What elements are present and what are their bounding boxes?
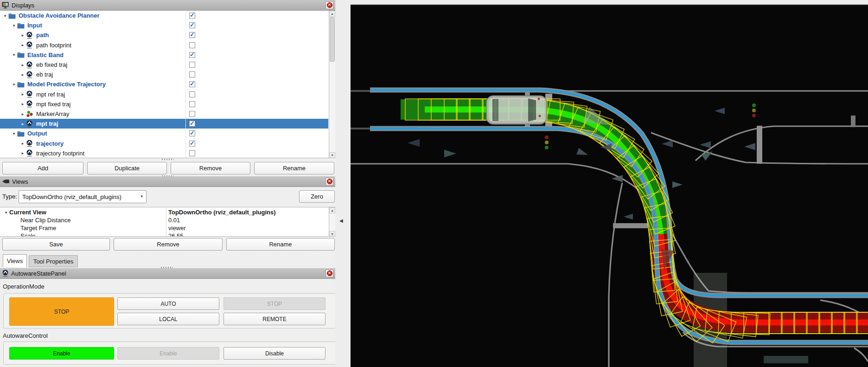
scroll-up-icon[interactable] (329, 11, 335, 17)
displays-panel-header[interactable]: Displays (0, 0, 335, 11)
expand-icon[interactable] (19, 112, 26, 116)
display-item-text: eb traj (36, 71, 53, 78)
operation-mode-label: OperationMode (3, 283, 45, 290)
visibility-checkbox[interactable] (189, 62, 195, 68)
collapse-icon[interactable] (3, 210, 9, 215)
autoware-control-enable-active-green-button[interactable]: Enable (9, 347, 114, 360)
scroll-up-icon[interactable] (329, 207, 335, 213)
expand-icon[interactable] (19, 63, 26, 67)
display-item-label-cell: mpt fixed traj (0, 99, 186, 109)
display-item-model-predictive-trajectory[interactable]: Model Predictive Trajectory (0, 79, 328, 89)
autoware-control-label: AutowareControl (3, 332, 48, 339)
visibility-checkbox[interactable] (189, 32, 195, 38)
operation-mode-stop-active-orange-button[interactable]: STOP (9, 297, 114, 326)
view-property-near-clip-distance[interactable]: Near Clip Distance0.01 (0, 216, 328, 224)
checkbox-cell (186, 50, 328, 60)
checkbox-cell (186, 40, 328, 50)
visibility-checkbox[interactable] (189, 101, 195, 107)
rename-button[interactable]: Rename (254, 162, 334, 174)
remove-button[interactable]: Remove (171, 162, 250, 174)
autoware-control-disable-normal-button[interactable]: Disable (223, 347, 326, 360)
display-item-input[interactable]: Input (0, 20, 328, 30)
display-item-elastic-band[interactable]: Elastic Band (0, 50, 328, 60)
displays-close-button[interactable] (326, 1, 333, 9)
add-button[interactable]: Add (2, 162, 83, 174)
tab-views[interactable]: Views (3, 254, 27, 267)
expand-icon[interactable] (19, 141, 26, 146)
expand-icon[interactable] (19, 92, 26, 97)
expand-icon[interactable] (19, 72, 26, 77)
display-item-mpt-ref-traj[interactable]: mpt ref traj (0, 90, 328, 99)
collapse-icon[interactable] (11, 131, 17, 136)
display-item-path[interactable]: path (0, 30, 328, 40)
view-property-scale[interactable]: Scale26.55 (0, 232, 328, 237)
visibility-checkbox[interactable] (189, 13, 195, 19)
visibility-checkbox[interactable] (189, 150, 195, 156)
display-item-trajectory[interactable]: trajectory (0, 139, 328, 148)
property-value[interactable]: TopDownOrtho (rviz_default_plugins) (166, 209, 276, 216)
collapse-left-icon[interactable] (339, 218, 343, 223)
display-item-output[interactable]: Output (0, 129, 328, 138)
display-item-trajectory-footprint[interactable]: trajectory footprint (0, 148, 328, 158)
save-button[interactable]: Save (2, 238, 110, 251)
display-item-eb-fixed-traj[interactable]: eb fixed traj (0, 60, 328, 70)
display-item-obstacle-avoidance-planner[interactable]: Obstacle Avoidance Planner (0, 11, 328, 20)
panel-splitter[interactable] (335, 0, 351, 367)
visibility-checkbox[interactable] (189, 141, 195, 147)
visibility-checkbox[interactable] (189, 52, 195, 58)
collapse-icon[interactable] (11, 82, 17, 87)
display-item-mpt-fixed-traj[interactable]: mpt fixed traj (0, 99, 328, 109)
3d-viewport[interactable] (351, 0, 868, 367)
expand-icon[interactable] (19, 151, 26, 155)
expand-icon[interactable] (19, 33, 26, 38)
collapse-icon[interactable] (11, 23, 17, 28)
property-value[interactable]: 26.55 (166, 232, 184, 237)
autoware-state-panel-title: AutowareStatePanel (11, 270, 326, 277)
close-icon (327, 179, 332, 184)
display-item-mpt-traj[interactable]: mpt traj (0, 119, 328, 129)
visibility-checkbox[interactable] (189, 111, 195, 117)
view-type-select[interactable]: TopDownOrtho (rviz_default_plugins) (19, 190, 147, 203)
views-table-scrollbar[interactable] (329, 207, 335, 237)
rename-button[interactable]: Rename (226, 238, 335, 251)
visibility-checkbox[interactable] (189, 121, 195, 127)
property-value[interactable]: 0.01 (166, 217, 180, 224)
splitter-handle[interactable] (0, 158, 335, 160)
scrollbar-thumb[interactable] (330, 17, 335, 62)
operation-mode-local-normal-button[interactable]: LOCAL (117, 313, 219, 325)
views-close-button[interactable] (326, 178, 333, 186)
display-item-text: path footprint (36, 42, 71, 49)
display-item-markerarray[interactable]: MarkerArray (0, 109, 328, 119)
autoware-state-panel-header[interactable]: AutowareStatePanel (0, 268, 335, 279)
displays-tree-scrollbar[interactable] (329, 11, 335, 158)
duplicate-button[interactable]: Duplicate (87, 162, 167, 174)
collapse-icon[interactable] (2, 13, 8, 18)
tab-tool-properties[interactable]: Tool Properties (29, 255, 78, 267)
views-panel-header[interactable]: Views (0, 176, 335, 187)
visibility-checkbox[interactable] (189, 42, 195, 48)
zero-button[interactable]: Zero (299, 190, 335, 203)
property-value[interactable]: viewer (166, 225, 186, 232)
remove-button[interactable]: Remove (114, 238, 223, 251)
autoware-panel-close-button[interactable] (326, 270, 333, 277)
folder-icon (8, 12, 16, 19)
display-item-eb-traj[interactable]: eb traj (0, 70, 328, 79)
visibility-checkbox[interactable] (189, 130, 195, 136)
view-property-target-frame[interactable]: Target Frameviewer (0, 224, 328, 232)
expand-icon[interactable] (19, 102, 26, 106)
collapse-icon[interactable] (11, 52, 17, 57)
operation-mode-auto-normal-button[interactable]: AUTO (117, 297, 219, 310)
visibility-checkbox[interactable] (189, 71, 195, 77)
visibility-checkbox[interactable] (189, 81, 195, 87)
expand-icon[interactable] (19, 43, 26, 47)
scroll-down-icon[interactable] (329, 231, 335, 237)
display-item-path-footprint[interactable]: path footprint (0, 40, 328, 50)
scroll-down-icon[interactable] (329, 152, 335, 158)
current-view-properties: Scale26.55Target FrameviewerNear Clip Di… (0, 207, 335, 237)
operation-mode-remote-normal-button[interactable]: REMOTE (223, 313, 326, 325)
visibility-checkbox[interactable] (189, 22, 195, 28)
view-property-current-view[interactable]: Current ViewTopDownOrtho (rviz_default_p… (0, 208, 328, 216)
visibility-checkbox[interactable] (189, 91, 195, 97)
expand-icon[interactable] (19, 122, 26, 126)
display-item-label-cell: Elastic Band (0, 50, 186, 60)
